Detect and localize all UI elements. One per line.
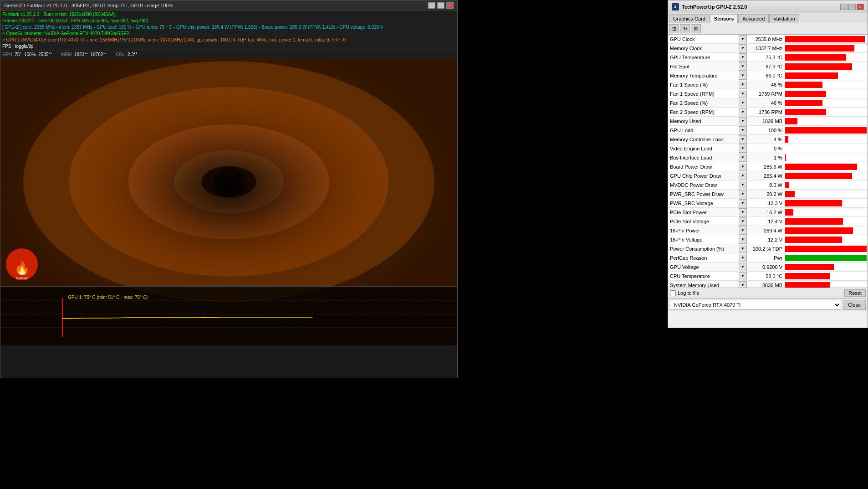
gpuz-window: Z TechPowerUp GPU-Z 2.52.0 _ □ × Graphic… [668,0,868,328]
sensor-dropdown-button[interactable]: ▼ [739,208,747,216]
cgl-label: CGL [116,52,125,57]
sensor-bar-container [785,164,867,170]
maximize-button[interactable]: □ [848,4,856,10]
close-button[interactable]: × [857,4,864,10]
refresh-icon-button[interactable]: ↻ [680,24,690,33]
sensor-name: Fan 2 Speed (%) [668,100,739,106]
sensor-dropdown-button[interactable]: ▼ [739,35,747,43]
sensor-bar-container [785,136,867,143]
sensor-bar-container [785,145,867,152]
sensor-name: GPU Voltage [668,264,739,270]
gpuz-logo-icon: Z [672,3,679,10]
sensor-name: Hot Spot [668,64,739,69]
sensor-bar [785,164,857,170]
sensor-name: Fan 1 Speed (%) [668,82,739,88]
sensor-bar [785,63,852,70]
sensor-name: System Memory Used [668,283,739,288]
sensor-bar-container [785,45,867,51]
sensor-row: Hot Spot▼87.3 °C [668,62,868,71]
mem-total-value: 10702** [91,52,107,57]
sensor-dropdown-button[interactable]: ▼ [739,199,747,207]
sensor-name: 16-Pin Voltage [668,237,739,242]
sensor-dropdown-button[interactable]: ▼ [739,190,747,198]
sensor-dropdown-button[interactable]: ▼ [739,135,747,144]
log-to-file-label: Log to file [678,290,700,296]
copy-icon-button[interactable]: ⊞ [669,24,679,33]
sensor-value: 1 % [747,155,784,160]
sensor-row: Bus Interface Load▼1 % [668,153,868,162]
reset-button[interactable]: Reset [844,289,866,297]
sensor-bar [785,255,867,261]
sensor-dropdown-button[interactable]: ▼ [739,117,747,125]
sensor-row: Fan 1 Speed (%)▼46 % [668,80,868,89]
sensor-dropdown-button[interactable]: ▼ [739,99,747,107]
furmark-logo-svg: 🔥 FurMark [5,247,39,282]
sensor-dropdown-button[interactable]: ▼ [739,181,747,189]
sensor-value: 8836 MB [747,283,784,288]
sensor-row: Power Consumption (%)▼100.2 % TDP [668,244,868,253]
sensor-bar-container [785,109,867,115]
close-gpuz-button[interactable]: Close [843,300,866,310]
furmark-line2: Frames:203227 - time=00:06:53 - FPS:405 … [2,18,455,24]
sensor-dropdown-button[interactable]: ▼ [739,272,747,280]
mem-used-value: 1823** [74,52,88,57]
log-to-file-row: Log to file Reset [668,288,868,298]
sensor-dropdown-button[interactable]: ▼ [739,62,747,71]
tab-graphics-card[interactable]: Graphics Card [669,14,710,23]
sensor-row: GPU Clock▼2535.0 MHz [668,35,868,44]
sensor-dropdown-button[interactable]: ▼ [739,245,747,253]
sensor-dropdown-button[interactable]: ▼ [739,72,747,80]
sensor-dropdown-button[interactable]: ▼ [739,281,747,288]
log-to-file-checkbox[interactable] [670,290,676,296]
gpu-selector[interactable]: NVIDIA GeForce RTX 4070 Ti [670,300,841,310]
sensor-dropdown-button[interactable]: ▼ [739,236,747,244]
sensor-bar [785,100,822,106]
sensor-row: GPU Voltage▼0.9200 V [668,263,868,272]
sensor-dropdown-button[interactable]: ▼ [739,163,747,171]
sensor-row: PerfCap Reason▼Pwr [668,253,868,263]
sensor-row: Video Engine Load▼0 % [668,144,868,153]
sensor-dropdown-button[interactable]: ▼ [739,217,747,226]
sensor-row: Memory Used▼1829 MB [668,117,868,126]
temperature-graph-svg [62,303,312,330]
sensor-name: Memory Used [668,118,739,124]
maximize-button[interactable]: □ [437,2,444,9]
sensor-name: 16-Pin Power [668,228,739,233]
sensor-dropdown-button[interactable]: ▼ [739,108,747,116]
sensor-dropdown-button[interactable]: ▼ [739,254,747,262]
sensor-value: 12.4 V [747,219,784,224]
gpuz-titlebar: Z TechPowerUp GPU-Z 2.52.0 _ □ × [668,0,868,13]
sensor-bar [785,246,867,252]
sensor-dropdown-button[interactable]: ▼ [739,90,747,98]
sensor-dropdown-button[interactable]: ▼ [739,44,747,52]
tab-sensors[interactable]: Sensors [710,14,738,23]
sensor-dropdown-button[interactable]: ▼ [739,263,747,271]
sensor-dropdown-button[interactable]: ▼ [739,144,747,153]
sensor-name: Bus Interface Load [668,155,739,160]
gpu-usage-value: 100% [24,52,36,57]
sensor-dropdown-button[interactable]: ▼ [739,226,747,235]
close-button[interactable]: × [446,2,454,9]
sensor-dropdown-button[interactable]: ▼ [739,154,747,162]
sensor-dropdown-button[interactable]: ▼ [739,53,747,62]
sensor-row: System Memory Used▼8836 MB [668,281,868,288]
sensor-value: 20.2 W [747,191,784,197]
tab-validation[interactable]: Validation [769,14,799,23]
sensor-name: Memory Temperature [668,73,739,78]
sensor-bar [785,72,838,79]
sensor-value: 87.3 °C [747,64,784,69]
tab-advanced[interactable]: Advanced [738,14,769,23]
sensor-bar [785,273,830,279]
sensor-bar-container [785,154,867,161]
sensor-value: 1337.7 MHz [747,46,784,51]
sensor-bar [785,127,867,134]
minimize-button[interactable]: _ [428,2,435,9]
sensor-dropdown-button[interactable]: ▼ [739,81,747,89]
sensor-bar [785,36,865,42]
minimize-button[interactable]: _ [840,4,848,10]
sensor-row: GPU Temperature▼75.3 °C [668,53,868,62]
sensor-dropdown-button[interactable]: ▼ [739,126,747,134]
settings-icon-button[interactable]: ⚙ [691,24,701,33]
sensor-dropdown-button[interactable]: ▼ [739,172,747,180]
sensor-row: Fan 2 Speed (RPM)▼1736 RPM [668,108,868,117]
